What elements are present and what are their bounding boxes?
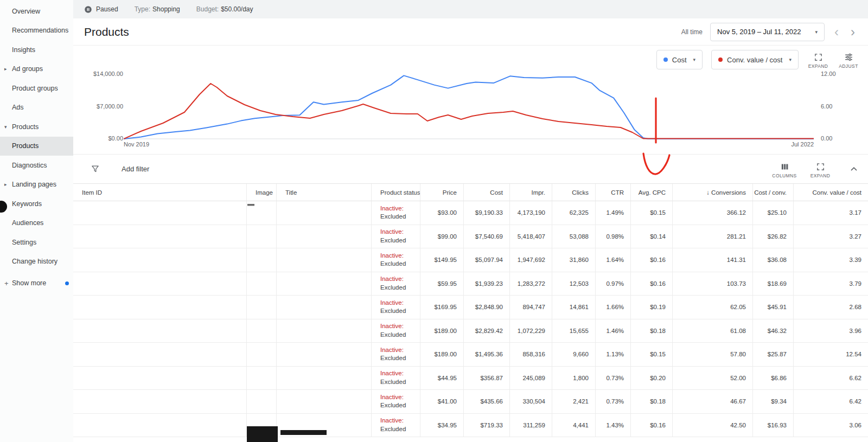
cell-title — [277, 296, 372, 319]
cell-conv_value_per_cost: 3.96 — [794, 319, 868, 343]
product-status-cell: Inactive:Excluded — [372, 296, 420, 319]
sidebar-item-diagnostics[interactable]: Diagnostics — [0, 156, 73, 175]
cell-cost: $2,848.90 — [464, 296, 510, 319]
sidebar-item-label: Change history — [12, 258, 58, 265]
sidebar-item-products[interactable]: ▾Products — [0, 117, 73, 137]
metric-selector-cost[interactable]: Cost ▾ — [656, 50, 703, 69]
sidebar-item-ads[interactable]: Ads — [0, 98, 73, 118]
cell-clicks: 62,325 — [552, 201, 596, 225]
column-header-price[interactable]: Price — [420, 184, 464, 201]
cell-ctr: 0.97% — [596, 272, 631, 296]
table-row[interactable]: Inactive:Excluded$44.95$356.87245,0891,8… — [73, 367, 868, 390]
date-range-picker[interactable]: Nov 5, 2019 – Jul 11, 2022 ▾ — [710, 23, 825, 41]
cell-conv_value_per_cost: 3.39 — [794, 248, 868, 272]
sidebar-item-audiences[interactable]: Audiences — [0, 214, 73, 233]
table-row[interactable]: Inactive:Excluded$169.95$2,848.90894,747… — [73, 296, 868, 319]
sidebar-item-product-groups[interactable]: Product groups — [0, 79, 73, 98]
column-header-conv-value-cost[interactable]: Conv. value / cost — [794, 184, 868, 201]
column-header-impr-[interactable]: Impr. — [510, 184, 552, 201]
column-header-avg-cpc[interactable]: Avg. CPC — [631, 184, 673, 201]
column-header-cost[interactable]: Cost — [464, 184, 510, 201]
cell-item_id — [73, 248, 247, 272]
main-content: Paused Type:Shopping Budget:$50.00/day P… — [73, 0, 868, 442]
chart-expand-button[interactable]: EXPAND — [807, 50, 829, 69]
cell-image — [247, 367, 277, 390]
cell-impr: 330,504 — [510, 390, 552, 413]
column-header-ctr[interactable]: CTR — [596, 184, 631, 201]
sidebar-item-change-history[interactable]: Change history — [0, 252, 73, 272]
left-axis-tick-7000: $7,000.00 — [73, 103, 123, 110]
sidebar-item-label: Settings — [12, 239, 36, 246]
expand-icon — [816, 162, 825, 171]
table-row[interactable]: Inactive:Excluded$99.00$7,540.695,418,40… — [73, 225, 868, 249]
status-line-2: Excluded — [380, 401, 406, 410]
sidebar-item-label: Keywords — [12, 200, 42, 208]
campaign-status[interactable]: Paused — [84, 5, 118, 14]
collapse-chart-button[interactable] — [848, 164, 859, 175]
column-header-clicks[interactable]: Clicks — [552, 184, 596, 201]
sidebar-item-label: Recommendations — [12, 27, 68, 34]
add-filter-button[interactable]: Add filter — [122, 165, 149, 173]
cell-item_id — [73, 367, 247, 390]
status-line-2: Excluded — [380, 284, 406, 292]
status-line-1: Inactive: — [380, 228, 404, 236]
cell-conversions: 103.73 — [673, 272, 753, 296]
cell-avg_cpc: $0.15 — [631, 201, 673, 225]
campaign-budget[interactable]: Budget:$50.00/day — [196, 5, 253, 13]
x-axis-start-label: Nov 2019 — [124, 141, 149, 148]
cell-image — [247, 414, 277, 437]
cell-clicks: 2,421 — [552, 390, 596, 413]
adjust-label: ADJUST — [839, 63, 858, 69]
table-row[interactable]: Inactive:Excluded$149.95$5,097.941,947,6… — [73, 248, 868, 272]
product-status-cell: Inactive:Excluded — [372, 390, 420, 413]
cell-price: $189.00 — [420, 319, 464, 343]
cell-conversions: 42.50 — [673, 414, 753, 437]
columns-button[interactable]: COLUMNS — [774, 159, 795, 178]
campaign-status-bar: Paused Type:Shopping Budget:$50.00/day — [73, 0, 868, 18]
cell-image — [247, 248, 277, 272]
cell-impr: 858,316 — [510, 343, 552, 366]
type-label: Type: — [135, 5, 150, 13]
cell-impr: 311,259 — [510, 414, 552, 437]
status-line-1: Inactive: — [380, 322, 404, 331]
table-toolbar: COLUMNS EXPAND — [774, 159, 859, 178]
metric-selector-conv-value-cost[interactable]: Conv. value / cost ▾ — [711, 50, 799, 69]
column-header-title[interactable]: Title — [277, 184, 372, 201]
table-expand-button[interactable]: EXPAND — [809, 159, 831, 178]
cell-impr: 5,418,407 — [510, 225, 552, 248]
table-row[interactable]: Inactive:Excluded$189.00$1,495.36858,316… — [73, 343, 868, 367]
right-axis-tick-0: 0.00 — [821, 134, 832, 142]
table-row[interactable]: Inactive:Excluded$93.00$9,190.334,173,19… — [73, 201, 868, 225]
cell-clicks: 14,861 — [552, 296, 596, 319]
column-header-item-id[interactable]: Item ID — [73, 184, 247, 201]
sidebar-item-keywords[interactable]: ▸Keywords — [0, 194, 73, 214]
cell-item_id — [73, 225, 247, 248]
table-row[interactable]: Inactive:Excluded$41.00$435.66330,5042,4… — [73, 390, 868, 414]
filter-funnel-icon[interactable] — [91, 164, 100, 174]
sidebar-item-products[interactable]: Products — [0, 137, 73, 156]
sidebar-item-ad-groups[interactable]: ▸Ad groups — [0, 60, 73, 79]
cell-avg_cpc: $0.18 — [631, 319, 673, 343]
sidebar-item-settings[interactable]: Settings — [0, 233, 73, 252]
cell-ctr: 0.98% — [596, 225, 631, 248]
chart-line-cost — [124, 75, 814, 139]
table-row[interactable]: Inactive:Excluded$189.00$2,829.421,072,2… — [73, 319, 868, 343]
column-header-cost-conv-[interactable]: Cost / conv. — [753, 184, 794, 201]
next-date-range-button[interactable]: › — [848, 25, 857, 39]
cell-item_id — [73, 343, 247, 366]
table-row[interactable]: Inactive:Excluded$59.95$1,939.231,283,27… — [73, 272, 868, 296]
column-header-conversions[interactable]: ↓ Conversions — [673, 184, 753, 201]
metric-selector-cost-label: Cost — [672, 56, 687, 64]
column-header-product-status[interactable]: Product status — [372, 184, 420, 201]
sidebar-show-more[interactable]: + Show more — [0, 273, 73, 293]
sidebar-item-overview[interactable]: Overview — [0, 2, 73, 21]
sidebar-item-landing-pages[interactable]: ▸Landing pages — [0, 175, 73, 195]
table-row[interactable]: Inactive:Excluded$34.95$719.33311,2594,4… — [73, 414, 868, 438]
x-axis-end-label: Jul 2022 — [768, 141, 814, 148]
sidebar-item-insights[interactable]: Insights — [0, 40, 73, 60]
cell-avg_cpc: $0.18 — [631, 390, 673, 413]
column-header-image[interactable]: Image — [247, 184, 277, 201]
chart-adjust-button[interactable]: ADJUST — [838, 50, 859, 69]
previous-date-range-button[interactable]: ‹ — [832, 25, 841, 39]
sidebar-item-recommendations[interactable]: Recommendations — [0, 21, 73, 41]
